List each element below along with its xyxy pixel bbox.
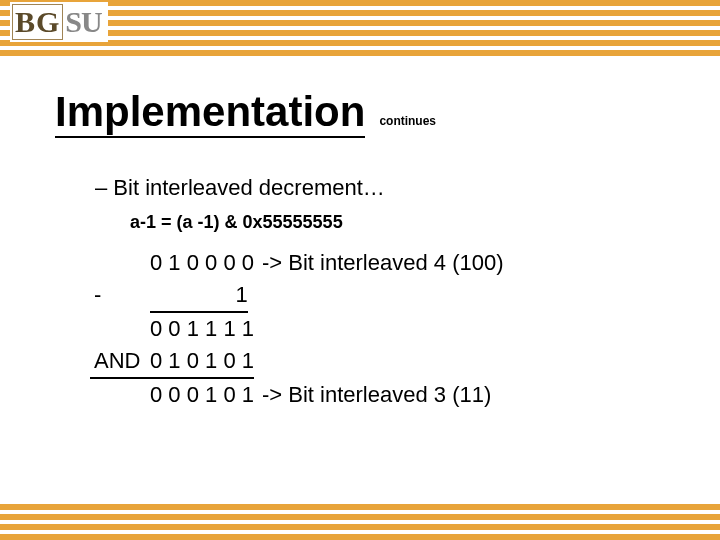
calc-bits: 0 0 1 1 1 1 [150,313,254,345]
calc-op-and: AND [90,345,150,379]
top-stripe-group [0,0,720,62]
calc-row: AND 0 1 0 1 0 1 [90,345,504,379]
page-title: Implementation [55,90,365,138]
calc-bits: 0 0 0 1 0 1 [150,379,254,411]
stripe [0,20,720,26]
stripe [0,504,720,510]
stripe [0,10,720,16]
subtitle: – Bit interleaved decrement… [95,175,385,201]
stripe [0,30,720,36]
formula: a-1 = (a -1) & 0x55555555 [130,212,343,233]
stripe [0,534,720,540]
calc-note: -> Bit interleaved 3 (11) [262,379,491,411]
calc-bits: 0 1 0 0 0 0 [150,247,254,279]
bgsu-logo: BG SU [10,2,108,42]
calc-row: 0 0 0 1 0 1 -> Bit interleaved 3 (11) [90,379,504,411]
calc-row: - 1 [90,279,504,313]
stripe [0,50,720,56]
logo-su: SU [65,5,101,39]
calc-row: 0 0 1 1 1 1 [90,313,504,345]
stripe [0,40,720,46]
calc-row: 0 1 0 0 0 0 -> Bit interleaved 4 (100) [90,247,504,279]
stripe [0,524,720,530]
stripe [0,0,720,6]
calc-bits: 1 [150,279,248,313]
logo-bg: BG [12,4,63,40]
calc-op-minus: - [90,279,150,311]
calc-note: -> Bit interleaved 4 (100) [262,247,504,279]
title-row: Implementation continues [55,90,436,138]
calc-bits: 0 1 0 1 0 1 [150,345,254,379]
bottom-stripe-group [0,502,720,540]
continues-label: continues [379,114,436,138]
stripe [0,514,720,520]
calculation-block: 0 1 0 0 0 0 -> Bit interleaved 4 (100) -… [90,247,504,410]
